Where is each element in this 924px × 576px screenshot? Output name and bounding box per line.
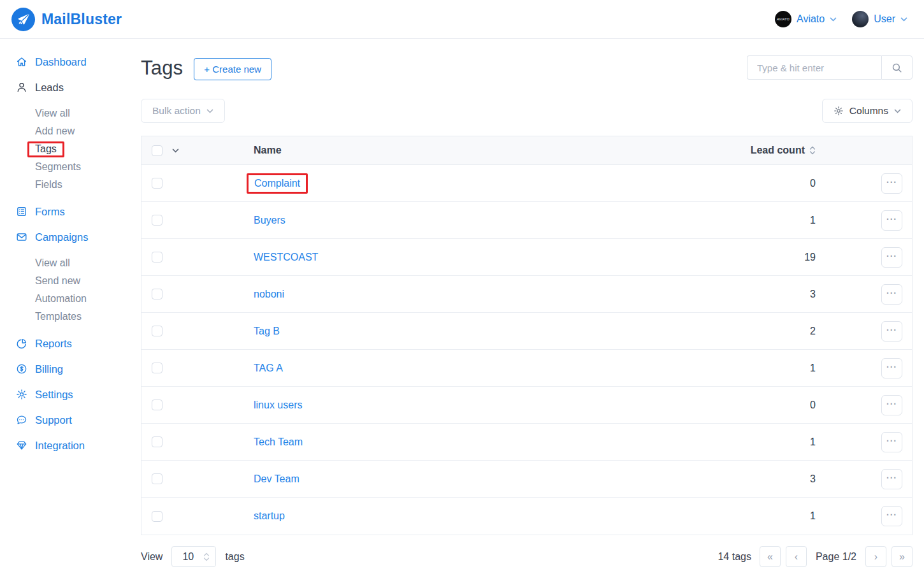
row-checkbox[interactable] — [152, 400, 162, 410]
sidebar-subitem-templates[interactable]: Templates — [35, 308, 140, 326]
sidebar-item-integration[interactable]: Integration — [16, 437, 140, 454]
reports-icon — [16, 338, 27, 349]
columns-button[interactable]: Columns — [822, 99, 913, 123]
subitem-label: Add new — [35, 126, 75, 137]
sidebar-item-label: Settings — [35, 389, 73, 401]
search-input[interactable] — [747, 55, 881, 80]
table-row: Complaint 0 ··· — [141, 165, 912, 202]
row-actions-button[interactable]: ··· — [881, 247, 902, 268]
total-tags-label: 14 tags — [718, 551, 751, 563]
user-avatar — [852, 11, 869, 27]
account-menu[interactable]: AVIATO Aviato — [775, 11, 837, 27]
row-checkbox[interactable] — [152, 473, 162, 484]
columns-label: Columns — [849, 105, 888, 117]
row-actions-button[interactable]: ··· — [881, 506, 902, 526]
search-group — [747, 55, 913, 80]
row-actions-button[interactable]: ··· — [881, 210, 902, 231]
sidebar-subitem-campaigns-view-all[interactable]: View all — [35, 254, 140, 272]
sidebar-item-leads[interactable]: Leads — [16, 79, 140, 96]
per-page-input[interactable] — [176, 551, 198, 563]
table-row: TAG A 1 ··· — [141, 350, 912, 387]
sidebar-subitem-view-all[interactable]: View all — [35, 104, 140, 122]
table-row: Buyers 1 ··· — [141, 202, 912, 239]
lead-count-value: 1 — [810, 436, 816, 448]
sidebar-item-label: Leads — [35, 82, 64, 94]
sidebar-item-label: Integration — [35, 440, 85, 452]
tag-name-link[interactable]: Buyers — [254, 215, 285, 226]
row-actions-button[interactable]: ··· — [881, 432, 902, 452]
subitem-label: View all — [35, 108, 70, 119]
stepper-arrows-icon[interactable] — [203, 552, 210, 561]
topbar: MailBluster AVIATO Aviato User — [0, 0, 924, 39]
account-label: Aviato — [797, 13, 825, 25]
subitem-label: Fields — [35, 179, 62, 191]
sidebar-item-support[interactable]: Support — [16, 412, 140, 428]
search-button[interactable] — [881, 55, 913, 80]
tag-name-link[interactable]: Tag B — [254, 326, 280, 336]
sidebar-subitem-add-new[interactable]: Add new — [35, 122, 140, 140]
row-checkbox[interactable] — [152, 511, 162, 522]
toolbar: Bulk action Columns — [141, 99, 913, 123]
tag-name-link[interactable]: Tech Team — [254, 436, 303, 447]
row-actions-button[interactable]: ··· — [881, 173, 902, 194]
sidebar-item-billing[interactable]: Billing — [16, 361, 140, 377]
campaigns-submenu: View all Send new Automation Templates — [35, 254, 140, 326]
row-checkbox[interactable] — [152, 436, 162, 447]
sidebar-item-dashboard[interactable]: Dashboard — [16, 54, 140, 70]
tag-name-link[interactable]: WESTCOAST — [254, 252, 318, 263]
tag-name-link[interactable]: TAG A — [254, 363, 283, 373]
column-header-lead-count[interactable]: Lead count — [733, 145, 816, 156]
next-page-button[interactable]: › — [865, 546, 886, 567]
lead-count-value: 0 — [810, 178, 816, 189]
row-checkbox[interactable] — [152, 215, 162, 226]
sidebar-subitem-automation[interactable]: Automation — [35, 290, 140, 308]
sidebar-item-forms[interactable]: Forms — [16, 203, 140, 220]
column-header-name: Name — [254, 145, 733, 156]
unit-label: tags — [225, 551, 244, 563]
row-checkbox[interactable] — [152, 252, 162, 263]
tag-name-link[interactable]: noboni — [254, 289, 284, 299]
subitem-label: Automation — [35, 293, 87, 305]
tag-name-link[interactable]: linux users — [254, 400, 302, 410]
tag-name-link[interactable]: Dev Team — [254, 473, 300, 484]
sort-icon — [809, 146, 816, 155]
sidebar-subitem-segments[interactable]: Segments — [35, 158, 140, 176]
sidebar-item-reports[interactable]: Reports — [16, 335, 140, 352]
row-actions-button[interactable]: ··· — [881, 469, 902, 489]
select-all-checkbox[interactable] — [152, 145, 162, 156]
table-row: Tag B 2 ··· — [141, 313, 912, 350]
first-page-button[interactable]: « — [760, 546, 781, 567]
sidebar-subitem-tags[interactable]: Tags — [35, 140, 140, 158]
user-menu[interactable]: User — [852, 11, 907, 27]
row-checkbox[interactable] — [152, 363, 162, 373]
row-actions-button[interactable]: ··· — [881, 358, 902, 378]
sidebar-item-label: Billing — [35, 363, 63, 375]
row-actions-button[interactable]: ··· — [881, 284, 902, 305]
row-actions-button[interactable]: ··· — [881, 321, 902, 342]
row-actions-button[interactable]: ··· — [881, 395, 902, 415]
sidebar-subitem-send-new[interactable]: Send new — [35, 272, 140, 290]
tag-name-link[interactable]: startup — [254, 510, 285, 521]
last-page-button[interactable]: » — [892, 546, 913, 567]
tag-name-link[interactable]: Complaint — [247, 173, 308, 194]
row-checkbox[interactable] — [152, 289, 162, 299]
bulk-action-button[interactable]: Bulk action — [141, 99, 225, 123]
table-row: linux users 0 ··· — [141, 387, 912, 424]
sidebar-subitem-fields[interactable]: Fields — [35, 176, 140, 194]
prev-page-button[interactable]: ‹ — [786, 546, 807, 567]
sidebar-item-campaigns[interactable]: Campaigns — [16, 229, 140, 245]
bulk-action-label: Bulk action — [152, 105, 201, 117]
table-row: WESTCOAST 19 ··· — [141, 239, 912, 276]
row-checkbox[interactable] — [152, 326, 162, 336]
sidebar-item-settings[interactable]: Settings — [16, 386, 140, 403]
search-icon — [892, 62, 902, 73]
subitem-label: Segments — [35, 161, 81, 173]
select-chevron-icon[interactable] — [172, 148, 179, 153]
account-avatar: AVIATO — [775, 11, 791, 27]
row-checkbox[interactable] — [152, 178, 162, 189]
brand-logo[interactable]: MailBluster — [11, 8, 122, 31]
pagination: 14 tags « ‹ Page 1/2 › » — [718, 546, 913, 567]
leads-icon — [16, 82, 27, 93]
create-new-button[interactable]: + Create new — [194, 58, 271, 80]
chevron-down-icon — [900, 17, 907, 22]
